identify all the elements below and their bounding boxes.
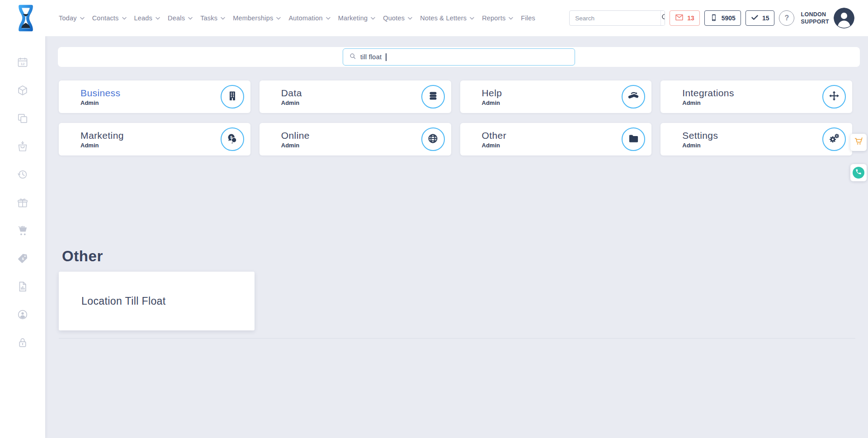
lock-icon [17,337,28,350]
mobile-phone-icon [710,14,718,23]
card-title: Online [281,130,310,141]
card-icon-circle [622,85,645,108]
chevron-down-icon [188,17,193,20]
sidebar-item-products[interactable] [16,85,29,98]
tasks-badge[interactable]: 15 [745,10,775,26]
nav-item-tasks[interactable]: Tasks [200,14,225,22]
cart-side-tab[interactable] [850,134,867,151]
card-title: Marketing [80,130,124,141]
card-text: Help Admin [482,88,502,106]
mail-count: 13 [687,14,694,22]
global-search-input[interactable] [570,11,660,25]
user-name: LONDON SUPPORT [801,11,829,26]
nav-item-files[interactable]: Files [521,14,535,22]
card-online-admin[interactable]: Online Admin [259,123,451,155]
avatar[interactable] [834,8,854,28]
card-help-admin[interactable]: Help Admin [460,80,652,113]
person-icon [834,22,854,28]
main-content: till float Business Admin Data Admin [45,36,868,438]
chevron-down-icon [326,17,330,20]
card-subtitle: Admin [482,142,507,149]
card-title: Integrations [682,88,734,99]
chevron-down-icon [371,17,375,20]
nav-item-notes-letters[interactable]: Notes & Letters [420,14,474,22]
card-subtitle: Admin [281,99,302,106]
chevron-down-icon [221,17,225,20]
folder-icon [628,133,639,146]
user-name-line2: SUPPORT [801,18,829,25]
calendar-icon: 12 [17,57,28,70]
sidebar-item-cart[interactable] [16,225,29,238]
card-text: Integrations Admin [682,88,734,106]
app-logo[interactable] [14,4,37,34]
card-icon-circle [822,85,846,108]
nav-item-memberships[interactable]: Memberships [233,14,281,22]
nav-item-reports[interactable]: Reports [482,14,513,22]
report-file-icon [17,281,28,294]
nav-item-contacts[interactable]: Contacts [92,14,127,22]
cart-icon [854,137,863,148]
card-marketing-admin[interactable]: Marketing Admin $ [59,123,250,155]
sidebar-item-calendar[interactable]: 12 [16,57,29,70]
card-icon-circle [421,85,445,108]
sidebar-item-reports[interactable] [16,281,29,294]
sidebar-item-pricing[interactable]: $ [16,253,29,266]
nav-label: Reports [482,14,505,22]
nav-label: Files [521,14,535,22]
global-search-button[interactable] [660,11,665,25]
chevron-down-icon [80,17,85,20]
nav-item-automation[interactable]: Automation [288,14,330,22]
question-mark-icon: ? [785,14,789,22]
phone-side-tab[interactable] [850,164,867,181]
price-tag-icon: $ [17,253,28,266]
sidebar-item-user-history[interactable] [16,309,29,322]
card-business-admin[interactable]: Business Admin [59,80,250,113]
global-search [569,10,665,26]
card-text: Other Admin [482,130,507,149]
card-subtitle: Admin [682,99,734,106]
card-data-admin[interactable]: Data Admin [259,80,451,113]
nav-item-marketing[interactable]: Marketing [338,14,375,22]
card-title: Help [482,88,502,99]
calls-badge[interactable]: 5905 [704,10,741,26]
card-title: Business [80,88,120,99]
card-subtitle: Admin [482,99,502,106]
card-text: Data Admin [281,88,302,106]
help-button[interactable]: ? [779,10,794,26]
chevron-down-icon [470,17,474,20]
mail-notifications-badge[interactable]: 13 [670,10,700,26]
chevron-down-icon [408,17,412,20]
card-integrations-admin[interactable]: Integrations Admin [660,80,852,113]
sidebar-item-gifts[interactable] [16,197,29,210]
nav-item-deals[interactable]: Deals [168,14,193,22]
nav-item-leads[interactable]: Leads [134,14,160,22]
sidebar-item-duplicates[interactable] [16,113,29,126]
sidebar-item-permissions[interactable] [16,337,29,350]
sidebar-item-history[interactable] [16,169,29,182]
sidebar-item-bag-receive[interactable] [16,141,29,154]
nav-label: Contacts [92,14,119,22]
move-arrows-icon [829,90,840,103]
card-title: Other [482,130,507,141]
nav-item-quotes[interactable]: Quotes [383,14,412,22]
nav-label: Deals [168,14,185,22]
card-text: Settings Admin [682,130,718,149]
user-history-icon [17,309,28,322]
card-other-admin[interactable]: Other Admin [460,123,652,155]
nav-label: Marketing [338,14,368,22]
envelope-icon [675,13,684,23]
result-item-location-till-float[interactable]: Location Till Float [59,272,255,330]
nav-item-today[interactable]: Today [59,14,85,22]
nav-label: Notes & Letters [420,14,467,22]
admin-search-input[interactable]: till float [343,48,575,66]
history-icon [17,169,28,182]
results-section-heading: Other [62,248,103,265]
left-sidebar: 12 $ [0,36,45,438]
card-subtitle: Admin [682,142,718,149]
cube-icon [17,85,28,98]
main-nav: Today Contacts Leads Deals Tasks Members… [59,0,535,36]
card-icon-circle: $ [221,127,244,151]
card-text: Business Admin [80,88,120,106]
card-settings-admin[interactable]: Settings Admin [660,123,852,155]
call-count: 5905 [722,14,736,22]
